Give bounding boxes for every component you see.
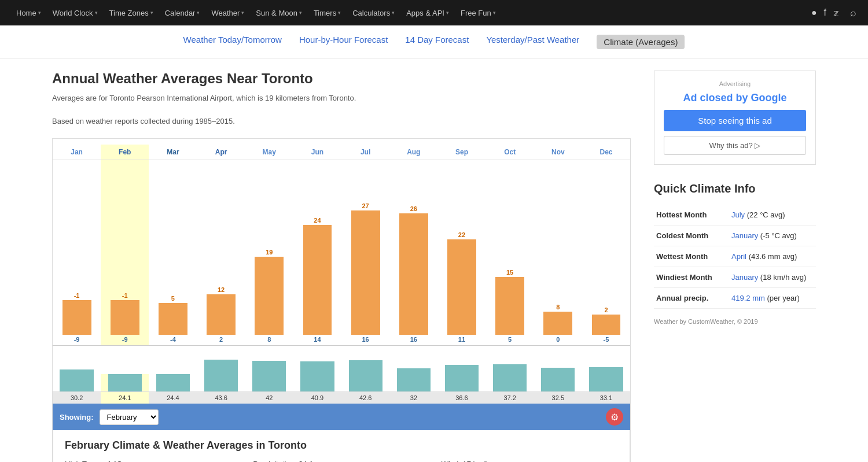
month-header-nov[interactable]: Nov [534, 145, 582, 160]
tab-climate-averages[interactable]: Climate (Averages) [597, 35, 685, 49]
nav-item-calculators[interactable]: Calculators ▾ [348, 9, 399, 17]
month-bars-feb[interactable]: -1-9 [101, 160, 149, 345]
precip-bars-row [53, 345, 630, 391]
high-temp-label-apr: 12 [218, 286, 225, 293]
qc-month-link[interactable]: January [731, 231, 758, 240]
tab-14day-forecast[interactable]: 14 Day Forecast [405, 35, 469, 49]
qc-link[interactable]: 419.2 mm [731, 294, 765, 302]
tab-weather-today[interactable]: Weather Today/Tomorrow [183, 35, 282, 49]
high-bar-sep [447, 239, 476, 303]
qc-value: January (18 km/h avg) [729, 267, 816, 288]
month-bars-apr[interactable]: 122 [197, 160, 245, 345]
qc-row: Windiest MonthJanuary (18 km/h avg) [654, 267, 816, 288]
sidebar: Advertising Ad closed by Google Stop see… [654, 71, 816, 462]
nav-item-weather[interactable]: Weather ▾ [207, 9, 249, 17]
month-bars-may[interactable]: 198 [245, 160, 293, 345]
month-header-feb[interactable]: Feb [101, 145, 149, 160]
stop-ad-button[interactable]: Stop seeing this ad [664, 110, 806, 131]
settings-button[interactable]: ⚙ [606, 408, 623, 426]
precip-values-row: 30.224.124.443.64240.942.63236.637.232.5… [53, 391, 630, 404]
high-bar-oct [495, 277, 524, 320]
low-bar-may [255, 312, 284, 335]
sunmoon-arrow-icon: ▾ [299, 10, 302, 16]
month-header-jan[interactable]: Jan [53, 145, 101, 160]
qc-value: 419.2 mm (per year) [729, 288, 816, 309]
month-bars-sep[interactable]: 2211 [437, 160, 486, 345]
month-selector[interactable]: JanuaryFebruaryMarchAprilMayJuneJulyAugu… [100, 409, 159, 425]
month-bars-mar[interactable]: 5-4 [149, 160, 197, 345]
precip-col-oct [486, 364, 534, 391]
month-header-dec[interactable]: Dec [582, 145, 630, 160]
quick-climate-section: Quick Climate Info Hottest MonthJuly (22… [654, 182, 816, 325]
low-bar-jul [351, 289, 380, 335]
month-bars-dec[interactable]: 2-5 [582, 160, 630, 345]
high-bar-may [255, 257, 284, 312]
month-header-sep[interactable]: Sep [437, 145, 486, 160]
low-bar-jun [303, 294, 332, 335]
month-header-may[interactable]: May [245, 145, 293, 160]
month-header-oct[interactable]: Oct [486, 145, 534, 160]
precip-bar-feb [108, 374, 142, 391]
nav-item-timezones[interactable]: Time Zones ▾ [105, 9, 158, 17]
high-temp-label-jan: -1 [74, 292, 80, 299]
month-header-jun[interactable]: Jun [293, 145, 341, 160]
qc-month-link[interactable]: April [731, 252, 746, 261]
month-bars-nov[interactable]: 80 [534, 160, 582, 345]
qc-row: Coldest MonthJanuary (-5 °C avg) [654, 226, 816, 246]
nav-item-timers[interactable]: Timers ▾ [309, 9, 345, 17]
calculators-arrow-icon: ▾ [392, 10, 395, 16]
month-bars-jul[interactable]: 2716 [341, 160, 389, 345]
low-temp-label-aug: 16 [410, 336, 417, 343]
tab-hour-forecast[interactable]: Hour-by-Hour Forecast [299, 35, 388, 49]
nav-item-freefun[interactable]: Free Fun ▾ [456, 9, 501, 17]
detail-value: 17 km/h [463, 460, 490, 462]
twitter-icon[interactable]: 𝕫 [833, 8, 838, 19]
nav-item-appsapi[interactable]: Apps & API ▾ [402, 9, 454, 17]
quick-climate-table: Hottest MonthJuly (22 °C avg)Coldest Mon… [654, 205, 816, 309]
month-header-apr[interactable]: Apr [197, 145, 245, 160]
detail-item: High Temp: -1 °C [65, 460, 241, 462]
nav-item-calendar[interactable]: Calendar ▾ [160, 9, 205, 17]
high-temp-label-jul: 27 [362, 202, 369, 209]
precip-bar-mar [156, 374, 190, 391]
precip-value-nov: 32.5 [534, 392, 582, 404]
tab-past-weather[interactable]: Yesterday/Past Weather [486, 35, 579, 49]
month-bars-aug[interactable]: 2616 [389, 160, 437, 345]
month-header-mar[interactable]: Mar [149, 145, 197, 160]
appsapi-arrow-icon: ▾ [446, 10, 449, 16]
precip-col-jan [53, 369, 101, 391]
high-temp-label-oct: 15 [506, 269, 513, 276]
search-icon[interactable]: ⌕ [850, 7, 856, 19]
low-temp-label-feb: -9 [122, 336, 128, 343]
high-bar-nov [543, 312, 572, 335]
month-bars-oct[interactable]: 155 [486, 160, 534, 345]
precip-col-sep [437, 365, 486, 391]
qc-month-link[interactable]: July [731, 210, 745, 219]
month-header-jul[interactable]: Jul [341, 145, 389, 160]
detail-value: -1 °C [105, 460, 122, 462]
qc-label: Coldest Month [654, 226, 729, 246]
month-header-aug[interactable]: Aug [389, 145, 437, 160]
precip-value-feb: 24.1 [101, 392, 149, 404]
facebook-icon[interactable]: f [824, 8, 826, 18]
page-subtitle-1: Averages are for Toronto Pearson Interna… [52, 93, 631, 104]
detail-label: Wind: [442, 460, 461, 462]
low-temp-label-jun: 14 [314, 336, 321, 343]
months-header-row: Jan Feb Mar Apr May Jun Jul Aug Sep Oct … [53, 145, 630, 160]
nav-item-home[interactable]: Home ▾ [12, 9, 46, 17]
month-bars-jan[interactable]: -1-9 [53, 160, 101, 345]
timers-arrow-icon: ▾ [338, 10, 341, 16]
low-temp-label-oct: 5 [508, 336, 512, 343]
qc-label: Windiest Month [654, 267, 729, 288]
month-bars-jun[interactable]: 2414 [293, 160, 341, 345]
high-temp-label-mar: 5 [171, 295, 175, 302]
qc-month-link[interactable]: January [731, 273, 758, 282]
low-bar-feb [111, 300, 139, 335]
precip-bar-oct [493, 364, 527, 391]
nav-item-sunmoon[interactable]: Sun & Moon ▾ [251, 9, 307, 17]
nav-item-worldclock[interactable]: World Clock ▾ [48, 9, 102, 17]
why-ad-button[interactable]: Why this ad? ▷ [664, 136, 806, 155]
precip-bar-jan [60, 369, 93, 391]
user-icon[interactable]: ● [811, 8, 817, 18]
precip-bar-dec [589, 367, 623, 391]
